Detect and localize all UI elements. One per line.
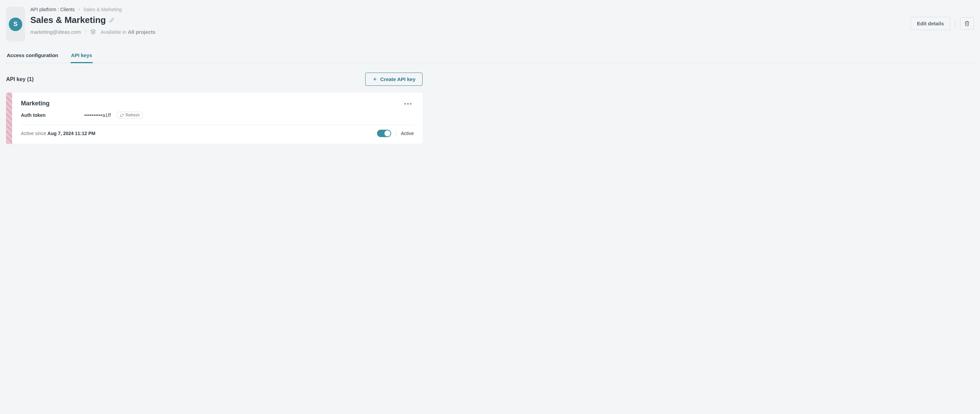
pencil-icon[interactable]	[109, 18, 115, 22]
trash-icon	[964, 21, 970, 26]
create-api-key-button[interactable]: Create API key	[365, 73, 423, 86]
availability-scope: All projects	[128, 29, 156, 35]
refresh-token-button[interactable]: Refresh	[117, 112, 143, 118]
status-label: Active	[401, 131, 414, 136]
delete-button[interactable]	[960, 17, 974, 30]
refresh-icon	[120, 113, 124, 117]
api-key-card: Marketing Auth token ••••••••••a1ff Refr…	[6, 93, 423, 144]
create-api-key-label: Create API key	[380, 76, 415, 82]
availability-text: Available in All projects	[100, 29, 155, 35]
refresh-label: Refresh	[126, 113, 140, 118]
toggle-knob	[385, 130, 390, 136]
breadcrumb-current: Sales & Marketing	[84, 7, 122, 12]
availability-prefix: Available in	[100, 29, 126, 35]
avatar-letter: S	[9, 18, 22, 31]
divider	[85, 29, 86, 35]
api-key-name: Marketing	[21, 100, 143, 107]
auth-token-value: ••••••••••a1ff	[84, 112, 111, 118]
active-since-prefix: Active since	[21, 131, 46, 136]
tab-access-configuration[interactable]: Access configuration	[6, 49, 59, 63]
api-keys-heading: API key (1)	[6, 76, 34, 82]
edit-details-button[interactable]: Edit details	[910, 17, 950, 30]
active-since: Active since Aug 7, 2024 11:12 PM	[21, 131, 95, 136]
auth-token-label: Auth token	[21, 112, 78, 118]
breadcrumb-root[interactable]: API platform : Clients	[30, 7, 75, 12]
page-title: Sales & Marketing	[30, 15, 106, 25]
tab-api-keys[interactable]: API keys	[70, 49, 93, 63]
divider	[955, 19, 955, 28]
layers-icon	[91, 29, 96, 34]
breadcrumb: API platform : Clients Sales & Marketing	[30, 7, 156, 12]
more-menu-icon[interactable]: •••	[402, 100, 414, 109]
divider	[396, 130, 396, 136]
chevron-right-icon	[78, 8, 81, 11]
active-since-value: Aug 7, 2024 11:12 PM	[48, 131, 95, 136]
svg-marker-0	[91, 29, 95, 32]
divider	[21, 125, 414, 125]
active-toggle[interactable]	[377, 129, 391, 137]
client-email: marketing@ideas.com	[30, 29, 81, 35]
plus-icon	[372, 77, 377, 82]
client-avatar: S	[6, 7, 25, 42]
tabs: Access configuration API keys	[6, 49, 974, 63]
card-accent-stripe	[6, 93, 12, 144]
